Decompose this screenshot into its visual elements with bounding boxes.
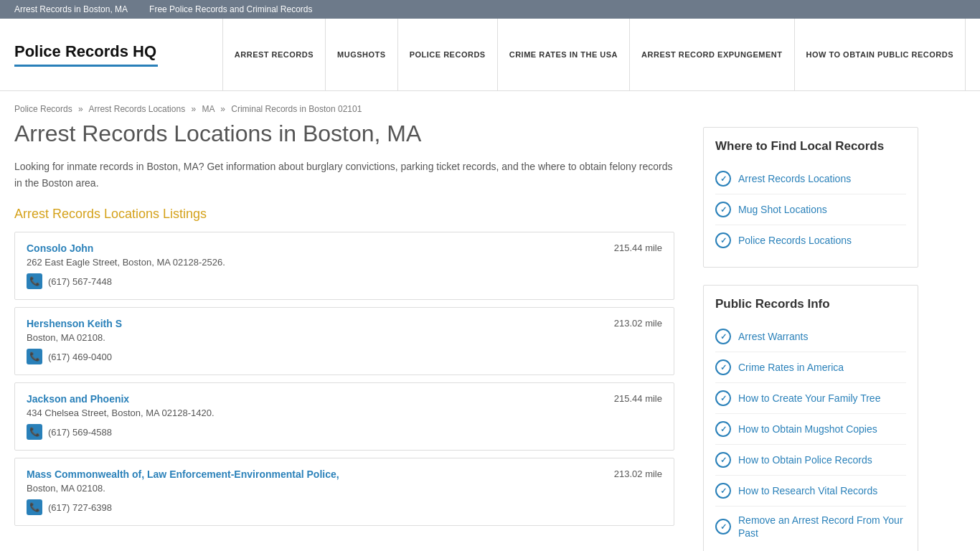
listing-distance: 215.44 mile	[614, 242, 662, 253]
breadcrumb-police-records[interactable]: Police Records	[14, 104, 72, 114]
logo[interactable]: Police Records HQ	[14, 42, 158, 66]
listing-name[interactable]: Consolo John	[27, 242, 225, 254]
nav-arrest-records[interactable]: ARREST RECORDS	[222, 19, 326, 90]
sidebar-link-obtain-police-records[interactable]: ✓ How to Obtain Police Records	[715, 445, 906, 476]
page-description: Looking for inmate records in Boston, MA…	[14, 159, 674, 191]
sidebar-link-arrest-records-locations[interactable]: ✓ Arrest Records Locations	[715, 164, 906, 194]
top-bar: Arrest Records in Boston, MA Free Police…	[0, 0, 980, 19]
sidebar-link-label: How to Obtain Mugshot Copies	[738, 423, 877, 435]
phone-icon: 📞	[27, 349, 42, 364]
check-icon: ✓	[715, 519, 731, 534]
section-heading: Arrest Records Locations Listings	[14, 207, 674, 222]
sidebar-link-police-records-locations[interactable]: ✓ Police Records Locations	[715, 225, 906, 255]
listing-phone: 📞 (617) 469-0400	[27, 349, 122, 364]
topbar-link-1[interactable]: Arrest Records in Boston, MA	[14, 4, 128, 14]
sidebar-link-label: Crime Rates in America	[738, 361, 844, 374]
listing-card: Mass Commonwealth of, Law Enforcement-En…	[14, 458, 674, 526]
check-icon: ✓	[715, 329, 731, 344]
check-icon: ✓	[715, 452, 731, 468]
sidebar-link-label: Police Records Locations	[738, 234, 852, 247]
sidebar-link-label: How to Obtain Police Records	[738, 453, 872, 466]
sidebar-link-arrest-warrants[interactable]: ✓ Arrest Warrants	[715, 321, 906, 352]
phone-number[interactable]: (617) 569-4588	[48, 427, 112, 438]
listing-distance: 213.02 mile	[614, 468, 662, 479]
nav-police-records[interactable]: POLICE RECORDS	[398, 19, 498, 90]
listing-name[interactable]: Jackson and Phoenix	[27, 393, 215, 405]
sidebar-link-label: Arrest Records Locations	[738, 172, 851, 185]
listing-card: Consolo John 262 East Eagle Street, Bost…	[14, 232, 674, 300]
sidebar-link-crime-rates[interactable]: ✓ Crime Rates in America	[715, 352, 906, 383]
listing-address: 262 East Eagle Street, Boston, MA 02128-…	[27, 257, 225, 268]
check-icon: ✓	[715, 483, 731, 499]
listing-card: Hershenson Keith S Boston, MA 02108. 📞 (…	[14, 307, 674, 375]
sidebar-link-mug-shot-locations[interactable]: ✓ Mug Shot Locations	[715, 194, 906, 225]
check-icon: ✓	[715, 390, 731, 406]
sidebar-link-vital-records[interactable]: ✓ How to Research Vital Records	[715, 476, 906, 507]
listing-name[interactable]: Hershenson Keith S	[27, 318, 122, 329]
phone-number[interactable]: (617) 469-0400	[48, 352, 112, 362]
listing-phone: 📞 (617) 727-6398	[27, 499, 339, 515]
check-icon: ✓	[715, 421, 731, 437]
nav-expungement[interactable]: ARREST RECORD EXPUNGEMENT	[630, 19, 794, 90]
nav-crime-rates[interactable]: CRIME RATES IN THE USA	[498, 19, 630, 90]
phone-icon: 📞	[27, 273, 42, 289]
check-icon: ✓	[715, 359, 731, 375]
phone-icon: 📞	[27, 424, 42, 440]
breadcrumb-criminal-records[interactable]: Criminal Records in Boston 02101	[231, 104, 362, 114]
main-nav: ARREST RECORDS MUGSHOTS POLICE RECORDS C…	[158, 19, 966, 90]
listing-distance: 215.44 mile	[614, 393, 662, 404]
sidebar-link-label: Arrest Warrants	[738, 330, 809, 343]
phone-icon: 📞	[27, 499, 42, 515]
nav-public-records[interactable]: HOW TO OBTAIN PUBLIC RECORDS	[795, 19, 966, 90]
sidebar-link-family-tree[interactable]: ✓ How to Create Your Family Tree	[715, 383, 906, 414]
listing-address: Boston, MA 02108.	[27, 332, 122, 343]
sidebar-link-remove-arrest-record[interactable]: ✓ Remove an Arrest Record From Your Past	[715, 507, 906, 547]
header: Police Records HQ ARREST RECORDS MUGSHOT…	[0, 19, 980, 91]
sidebar: Where to Find Local Records ✓ Arrest Rec…	[703, 120, 918, 551]
topbar-link-2[interactable]: Free Police Records and Criminal Records	[149, 4, 312, 14]
main-layout: Arrest Records Locations in Boston, MA L…	[0, 120, 980, 551]
listing-distance: 213.02 mile	[614, 318, 662, 329]
sidebar-local-records: Where to Find Local Records ✓ Arrest Rec…	[703, 127, 918, 268]
listing-address: Boston, MA 02108.	[27, 483, 339, 494]
sidebar-link-label: Remove an Arrest Record From Your Past	[738, 514, 906, 540]
listing-name[interactable]: Mass Commonwealth of, Law Enforcement-En…	[27, 468, 339, 480]
phone-number[interactable]: (617) 727-6398	[48, 502, 112, 513]
breadcrumb-ma[interactable]: MA	[202, 104, 215, 114]
listing-address: 434 Chelsea Street, Boston, MA 02128-142…	[27, 408, 215, 418]
sidebar-link-label: How to Research Vital Records	[738, 484, 877, 497]
sidebar-link-label: How to Create Your Family Tree	[738, 392, 880, 405]
listing-phone: 📞 (617) 567-7448	[27, 273, 225, 289]
sidebar-public-heading: Public Records Info	[715, 297, 906, 311]
listing-card: Jackson and Phoenix 434 Chelsea Street, …	[14, 382, 674, 451]
sidebar-link-mugshot-copies[interactable]: ✓ How to Obtain Mugshot Copies	[715, 414, 906, 445]
listing-phone: 📞 (617) 569-4588	[27, 424, 215, 440]
check-icon: ✓	[715, 232, 731, 248]
sidebar-public-records: Public Records Info ✓ Arrest Warrants ✓ …	[703, 285, 918, 551]
sidebar-link-label: Mug Shot Locations	[738, 203, 827, 216]
breadcrumb-arrest-records-locations[interactable]: Arrest Records Locations	[88, 104, 185, 114]
check-icon: ✓	[715, 171, 731, 187]
phone-number[interactable]: (617) 567-7448	[48, 276, 112, 287]
page-title: Arrest Records Locations in Boston, MA	[14, 120, 674, 147]
check-icon: ✓	[715, 202, 731, 217]
breadcrumb: Police Records » Arrest Records Location…	[0, 91, 980, 120]
content-area: Arrest Records Locations in Boston, MA L…	[14, 120, 674, 551]
nav-mugshots[interactable]: MUGSHOTS	[326, 19, 398, 90]
sidebar-local-heading: Where to Find Local Records	[715, 139, 906, 154]
